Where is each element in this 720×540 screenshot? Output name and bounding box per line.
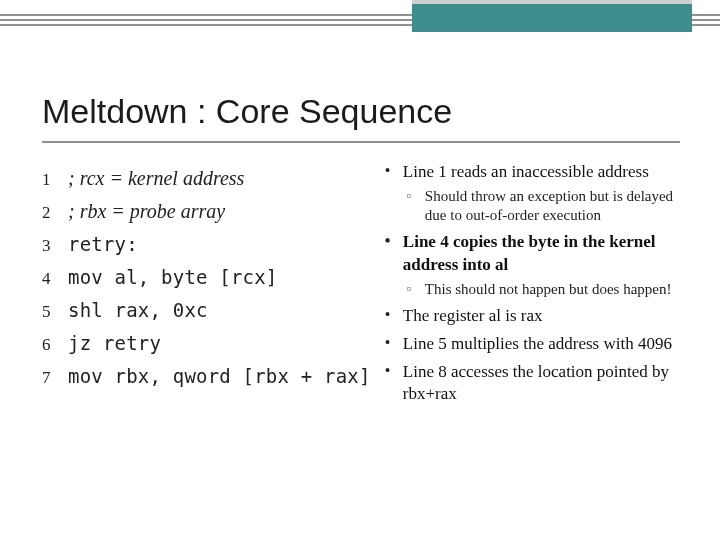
- code-line-4: 4 mov al, byte [rcx]: [42, 266, 379, 289]
- page-title: Meltdown : Core Sequence: [42, 92, 720, 131]
- line-number: 4: [42, 269, 68, 289]
- header-accent-block: [412, 0, 692, 32]
- line-number: 3: [42, 236, 68, 256]
- code-line-3: 3 retry:: [42, 233, 379, 256]
- bullet-text: Line 5 multiplies the address with 4096: [403, 334, 672, 353]
- code-listing: 1 ; rcx = kernel address 2 ; rbx = probe…: [42, 161, 379, 411]
- code-text: mov rbx, qword [rbx + rax]: [68, 365, 371, 387]
- code-text: ; rcx = kernel address: [68, 167, 244, 190]
- header-decoration: [0, 0, 720, 46]
- code-text: ; rbx = probe array: [68, 200, 225, 223]
- content-area: 1 ; rcx = kernel address 2 ; rbx = probe…: [0, 143, 720, 411]
- bullet-3: The register al is rax: [385, 305, 686, 327]
- code-text: shl rax, 0xc: [68, 299, 208, 321]
- sub-bullet-text: This should not happen but does happen!: [425, 281, 672, 297]
- code-line-5: 5 shl rax, 0xc: [42, 299, 379, 322]
- line-number: 7: [42, 368, 68, 388]
- line-number: 2: [42, 203, 68, 223]
- bullet-text: Line 4 copies the byte in the kernel add…: [403, 232, 656, 273]
- code-text: retry:: [68, 233, 138, 255]
- explanation-list: Line 1 reads an inaccessible address Sho…: [379, 161, 686, 411]
- bullet-2: Line 4 copies the byte in the kernel add…: [385, 231, 686, 298]
- bullet-4: Line 5 multiplies the address with 4096: [385, 333, 686, 355]
- code-line-1: 1 ; rcx = kernel address: [42, 167, 379, 190]
- line-number: 1: [42, 170, 68, 190]
- code-text: mov al, byte [rcx]: [68, 266, 278, 288]
- bullet-text: The register al is rax: [403, 306, 543, 325]
- bullet-text: Line 8 accesses the location pointed by …: [403, 362, 669, 403]
- sub-bullet-2: This should not happen but does happen!: [407, 280, 686, 299]
- line-number: 5: [42, 302, 68, 322]
- code-line-7: 7 mov rbx, qword [rbx + rax]: [42, 365, 379, 388]
- bullet-1: Line 1 reads an inaccessible address Sho…: [385, 161, 686, 225]
- code-line-2: 2 ; rbx = probe array: [42, 200, 379, 223]
- slide: Meltdown : Core Sequence 1 ; rcx = kerne…: [0, 0, 720, 540]
- bullet-5: Line 8 accesses the location pointed by …: [385, 361, 686, 405]
- line-number: 6: [42, 335, 68, 355]
- code-text: jz retry: [68, 332, 161, 354]
- sub-bullet-1: Should throw an exception but is delayed…: [407, 187, 686, 225]
- bullet-text: Line 1 reads an inaccessible address: [403, 162, 649, 181]
- sub-bullet-text: Should throw an exception but is delayed…: [425, 188, 673, 223]
- code-line-6: 6 jz retry: [42, 332, 379, 355]
